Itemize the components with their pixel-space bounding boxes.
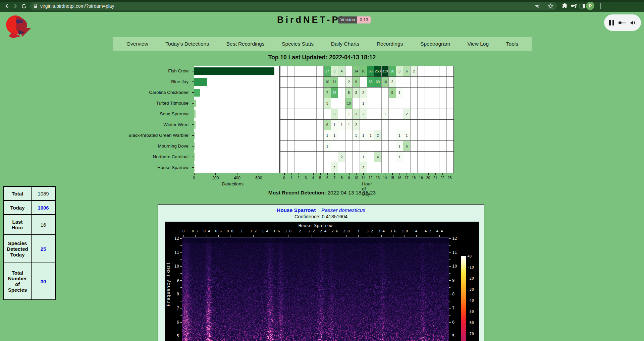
heatmap-cell [417, 109, 425, 119]
nav-item-tools[interactable]: Tools [506, 41, 518, 47]
heatmap-cell: 2 [360, 88, 367, 98]
spectrogram-x-label: 3·8 [401, 229, 408, 233]
detections-bar [194, 78, 207, 86]
spectrogram-x-label: 1·6 [273, 229, 280, 233]
row-tick [192, 135, 194, 136]
heatmap-cell [425, 88, 432, 98]
heatmap-cell [280, 152, 287, 162]
spectrogram-x-tick [265, 235, 265, 237]
stats-value: 16 [31, 215, 55, 235]
colorbar-label: -40 [467, 298, 474, 303]
row-tick [192, 124, 194, 125]
heatmap-cell [316, 88, 324, 98]
spectrogram-y-label-right: 7 [452, 306, 454, 310]
nav-item-daily-charts[interactable]: Daily Charts [331, 41, 359, 47]
hour-axis-number: 9 [348, 176, 350, 180]
heatmap-cell [309, 88, 316, 98]
nav-item-view-log[interactable]: View Log [468, 41, 489, 47]
extensions-icon[interactable] [561, 2, 569, 10]
heatmap-cell [323, 109, 331, 119]
nav-item-recordings[interactable]: Recordings [377, 41, 403, 47]
profile-avatar[interactable]: P [586, 2, 594, 10]
heatmap-cell: 9 [388, 88, 396, 98]
heatmap-cell: 1 [360, 98, 367, 109]
spectrogram-x-tick [358, 235, 359, 237]
heatmap-cell [360, 120, 367, 130]
nav-item-spectrogram[interactable]: Spectrogram [420, 41, 450, 47]
url-text[interactable]: virginia.birdnetpi.com/?stream=play [40, 3, 534, 9]
heatmap-cell [302, 109, 309, 119]
reload-icon[interactable] [20, 2, 28, 10]
spectrogram-y-minor-tick [180, 301, 182, 301]
audio-player[interactable] [604, 14, 641, 31]
heatmap-cell [425, 77, 432, 87]
heatmap-cell [345, 66, 353, 76]
spectrogram-panel: House Sparrow Frequency (kHz) 00·20·40·6… [165, 222, 479, 341]
heatmap-cell [374, 162, 381, 173]
heatmap-cell [388, 152, 396, 162]
spectrogram-y-minor-tick-right [449, 273, 450, 274]
send-icon[interactable] [534, 3, 540, 9]
hour-axis-tick [378, 173, 378, 175]
species-label: Black-throated Green Warbler [108, 133, 189, 138]
heatmap-cell [381, 141, 389, 151]
nav-item-today-s-detections[interactable]: Today's Detections [165, 41, 209, 47]
pause-icon[interactable] [609, 20, 614, 25]
nav-item-overview[interactable]: Overview [126, 41, 148, 47]
star-icon[interactable] [548, 3, 553, 9]
heatmap-cell [417, 66, 425, 76]
detection-common-name[interactable]: House Sparrow: [277, 207, 317, 213]
spectrogram-x-tick [300, 235, 300, 237]
spectrogram-y-tick [180, 294, 182, 294]
heatmap-cell: 1 [345, 109, 353, 119]
spectrogram-x-label: 4 [415, 229, 418, 233]
heatmap-cell: 1 [323, 130, 331, 140]
hour-axis-tick [306, 173, 307, 175]
birdnetpi-logo [6, 15, 34, 38]
stats-value[interactable]: 1006 [31, 201, 55, 215]
detection-scientific-name[interactable]: Passer domesticus [321, 207, 365, 213]
url-bar[interactable]: virginia.birdnetpi.com/?stream=play [30, 2, 557, 10]
spectrogram-y-tick-right [449, 280, 451, 281]
heatmap-cell [417, 162, 425, 173]
volume-icon[interactable] [630, 20, 636, 25]
side-panel-icon[interactable] [578, 2, 586, 10]
heatmap-cell [287, 77, 295, 87]
spectrogram-y-minor-tick-right [449, 245, 450, 246]
spectrogram-y-label-right: 9 [452, 278, 454, 283]
heatmap-row: 3101 [280, 98, 453, 109]
heatmap-cell [294, 162, 302, 173]
detections-bar [194, 110, 196, 118]
menu-icon[interactable] [597, 2, 605, 10]
heatmap-cell [439, 98, 446, 109]
spectrogram-x-label: 4·2 [425, 229, 431, 233]
hour-axis-tick [421, 173, 422, 175]
nav-item-species-stats[interactable]: Species Stats [282, 41, 314, 47]
heatmap-cell [352, 162, 360, 173]
heatmap-cell [309, 130, 316, 140]
heatmap-cell: 1 [360, 152, 367, 162]
heatmap-cell [403, 77, 410, 87]
heatmap-cell [302, 120, 309, 130]
hour-axis-tick [414, 173, 414, 175]
seek-scrubber[interactable] [619, 22, 626, 23]
forward-icon[interactable] [11, 2, 19, 10]
stats-value[interactable]: 30 [31, 263, 55, 300]
nav-item-best-recordings[interactable]: Best Recordings [226, 41, 265, 47]
heatmap-cell [345, 162, 353, 173]
stats-row: Last Hour16 [4, 215, 55, 235]
spectrogram-x-label: 2·4 [320, 229, 326, 233]
heatmap-cell [432, 152, 439, 162]
hour-axis-number: 17 [405, 176, 409, 180]
heatmap-cell [446, 77, 454, 87]
heatmap-cell: 28 [388, 66, 396, 76]
heatmap-cell: 2 [352, 120, 360, 130]
back-icon[interactable] [3, 2, 11, 10]
heatmap-cell [352, 152, 360, 162]
stats-value[interactable]: 25 [31, 235, 55, 263]
species-label: Northern Cardinal [108, 154, 189, 160]
playlist-icon[interactable] [570, 2, 578, 10]
heatmap-cell [287, 152, 295, 162]
heatmap-cell: 2 [338, 152, 345, 162]
spectrogram-y-minor-tick [180, 329, 182, 329]
